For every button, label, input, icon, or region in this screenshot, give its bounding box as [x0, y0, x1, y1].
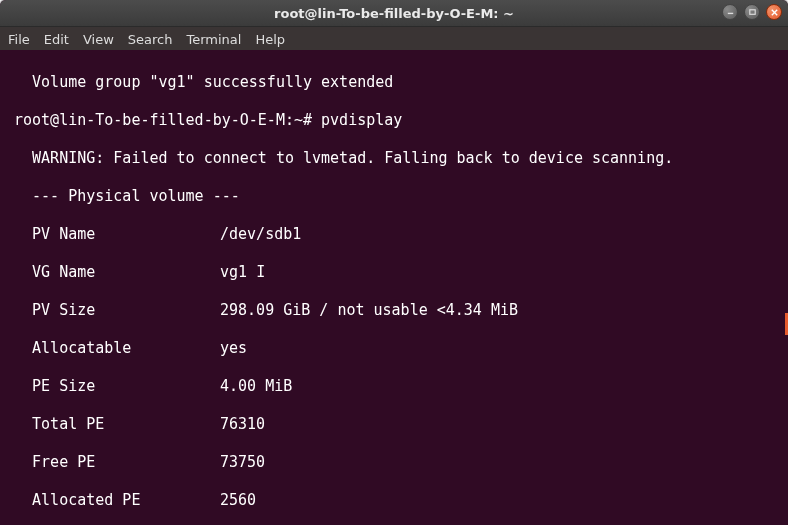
pv-label: Allocated PE [14, 491, 220, 510]
pv-label: Free PE [14, 453, 220, 472]
pv-label: Total PE [14, 415, 220, 434]
prompt: root@lin-To-be-filled-by-O-E-M:~# [14, 111, 312, 129]
maximize-button[interactable] [744, 4, 760, 20]
pv-label: PE Size [14, 377, 220, 396]
pv-row: Total PE76310 [14, 415, 778, 434]
pv-label: PV Size [14, 301, 220, 320]
menu-view[interactable]: View [83, 32, 114, 47]
menu-help[interactable]: Help [255, 32, 285, 47]
titlebar: root@lin-To-be-filled-by-O-E-M: ~ [0, 0, 788, 26]
pv-label: PV Name [14, 225, 220, 244]
window-controls [722, 4, 782, 20]
pv-value: 2560 [220, 491, 256, 509]
close-icon [770, 8, 779, 17]
menu-search[interactable]: Search [128, 32, 173, 47]
pv-label: VG Name [14, 263, 220, 282]
window-title: root@lin-To-be-filled-by-O-E-M: ~ [274, 6, 514, 21]
pv-value: /dev/sdb1 [220, 225, 301, 243]
terminal-body[interactable]: Volume group "vg1" successfully extended… [0, 50, 788, 525]
pv-row: PE Size4.00 MiB [14, 377, 778, 396]
pv-row: PV Name/dev/sdb1 [14, 225, 778, 244]
pv-row: Allocated PE2560 [14, 491, 778, 510]
menubar: File Edit View Search Terminal Help [0, 26, 788, 52]
pv-value: 73750 [220, 453, 265, 471]
pv-value: 76310 [220, 415, 265, 433]
text-cursor: I [256, 263, 265, 281]
pv-row: VG Namevg1 I [14, 263, 778, 282]
pv-header: --- Physical volume --- [14, 187, 778, 206]
minimize-button[interactable] [722, 4, 738, 20]
output-line: WARNING: Failed to connect to lvmetad. F… [14, 149, 778, 168]
pv-row: Allocatableyes [14, 339, 778, 358]
pv-value: 4.00 MiB [220, 377, 292, 395]
pv-value: vg1 [220, 263, 247, 281]
close-button[interactable] [766, 4, 782, 20]
terminal-window: root@lin-To-be-filled-by-O-E-M: ~ File E… [0, 0, 788, 525]
menu-terminal[interactable]: Terminal [186, 32, 241, 47]
minimize-icon [726, 8, 735, 17]
pv-value: yes [220, 339, 247, 357]
menu-edit[interactable]: Edit [44, 32, 69, 47]
maximize-icon [748, 8, 757, 17]
output-line: Volume group "vg1" successfully extended [14, 73, 778, 92]
command: pvdisplay [321, 111, 402, 129]
pv-label: Allocatable [14, 339, 220, 358]
menu-file[interactable]: File [8, 32, 30, 47]
pv-row: Free PE73750 [14, 453, 778, 472]
pv-value: 298.09 GiB / not usable <4.34 MiB [220, 301, 518, 319]
prompt-line: root@lin-To-be-filled-by-O-E-M:~# pvdisp… [14, 111, 778, 130]
pv-row: PV Size298.09 GiB / not usable <4.34 MiB [14, 301, 778, 320]
svg-rect-1 [749, 9, 754, 14]
